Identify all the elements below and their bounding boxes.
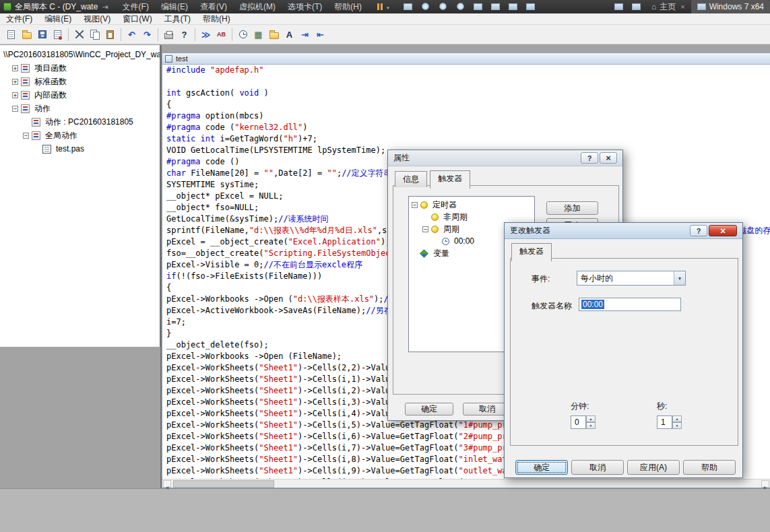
context-help-icon[interactable]: ? [177,27,192,42]
editor-titlebar[interactable]: test [162,53,770,65]
copy-icon[interactable] [87,27,102,42]
trigger-tree-item[interactable]: −定时器 [410,199,533,211]
ok-button[interactable]: 确定 [405,403,453,415]
seconds-up-icon[interactable] [672,415,682,422]
print-icon[interactable] [161,27,177,42]
snapshot-manager-icon[interactable] [453,1,468,12]
trigger-tree-item[interactable]: 非周期 [410,211,533,223]
chevron-down-icon[interactable] [384,2,390,11]
snapshot-revert-icon[interactable] [436,1,451,12]
chevron-down-icon[interactable] [674,271,685,285]
seconds-down-icon[interactable] [672,422,682,429]
add-button[interactable]: 添加 [546,201,598,215]
library-panel-icon[interactable] [488,1,503,12]
cut-icon [75,30,84,38]
pin-icon[interactable]: ⇥ [102,3,108,11]
nav-tree-item[interactable]: −动作 [0,102,160,115]
tree-root[interactable]: \\PC201603181805\WinCC_Project_DY_water_ [0,48,160,61]
tree-expander-icon[interactable]: − [23,133,29,139]
redo-icon[interactable]: ↷ [139,27,155,42]
send-ctrl-alt-del-icon[interactable] [401,1,416,12]
fullscreen-icon[interactable] [506,1,521,12]
code-line: #include "apdefap.h" [166,65,770,76]
status-bar-icon[interactable] [629,1,644,12]
app-menu-item[interactable]: 工具(T) [158,13,197,25]
vm-menu-item[interactable]: 帮助(H) [328,2,368,11]
tree-expander-icon[interactable]: + [12,65,18,71]
tree-expander-icon[interactable]: − [422,226,428,232]
trigger-tab-page [510,258,738,446]
thumbnail-bar-icon[interactable] [612,1,627,12]
export-action-icon[interactable]: ⇤ [313,27,328,42]
undo-icon[interactable]: ↶ [124,27,139,42]
minutes-up-icon[interactable] [586,415,596,422]
app-menu-item[interactable]: 窗口(W) [117,13,158,25]
print-preview-icon[interactable] [50,27,65,42]
tab-trigger[interactable]: 触发器 [430,170,470,189]
close-tab-icon[interactable]: × [680,3,684,11]
seconds-value[interactable]: 1 [657,415,672,429]
help-button[interactable]: 帮助 [683,460,736,475]
app-menu-item[interactable]: 视图(V) [77,13,117,25]
save-icon[interactable] [34,27,50,42]
minutes-down-icon[interactable] [586,422,596,429]
properties-dialog-titlebar[interactable]: 属性 [388,150,622,166]
scroll-right-icon[interactable] [761,480,769,488]
nav-tree-item[interactable]: test.pas [0,142,160,156]
open-file-icon[interactable] [19,27,34,42]
nav-tree-item[interactable]: +项目函数 [0,61,160,75]
console-view-icon[interactable] [471,1,486,12]
app-menu-item[interactable]: 文件(F) [0,13,38,25]
tab-trigger[interactable]: 触发器 [511,243,552,261]
tab-windows7-vm[interactable]: Windows 7 x64 [691,0,770,13]
tree-expander-icon[interactable]: − [12,106,18,112]
scroll-thumb[interactable] [173,480,274,488]
minutes-stepper[interactable]: 0 [571,415,596,429]
timer-icon[interactable] [235,27,251,42]
vm-menu-item[interactable]: 文件(F) [117,2,155,11]
toolbar-separator [68,28,69,41]
close-icon[interactable] [709,225,737,236]
font-icon[interactable]: A [282,27,297,42]
event-select[interactable]: 每小时的 [577,271,686,286]
vm-menu-item[interactable]: 编辑(E) [155,2,194,11]
change-trigger-titlebar[interactable]: 更改触发器 [505,223,742,239]
ok-button[interactable]: 确定 [515,460,568,475]
app-menu-item[interactable]: 编辑(E) [38,13,77,25]
unity-mode-icon[interactable] [523,1,538,12]
tree-expander-icon[interactable]: − [412,202,418,208]
apply-button[interactable]: 应用(A) [627,460,680,475]
app-menu-item[interactable]: 帮助(H) [197,13,236,25]
nav-tree-item[interactable]: +标准函数 [0,75,160,88]
scroll-left-icon[interactable] [163,480,171,488]
vm-menu-item[interactable]: 查看(V) [194,2,233,11]
trigger-name-input[interactable]: 00:00 [579,298,681,311]
grid-icon[interactable]: ▦ [251,27,266,42]
minutes-value[interactable]: 0 [571,415,586,429]
compile-icon[interactable]: ≫ [198,27,214,42]
tab-home[interactable]: 主页× [645,0,691,13]
seconds-stepper[interactable]: 1 [657,415,682,429]
help-caption-icon[interactable] [581,152,598,164]
vm-menu-item[interactable]: 虚拟机(M) [233,2,282,11]
new-file-icon[interactable] [3,27,19,42]
tree-expander-icon[interactable]: + [12,79,18,85]
nav-tree-item[interactable]: −全局动作 [0,129,160,142]
nav-tree-item[interactable]: +内部函数 [0,88,160,102]
help-caption-icon[interactable] [690,225,707,236]
tab-info[interactable]: 信息 [395,171,427,187]
snapshot-take-icon[interactable] [418,1,433,12]
tree-expander-icon[interactable]: + [12,92,18,98]
timer-icon [239,30,247,38]
cut-icon[interactable] [71,27,87,42]
close-caption-icon[interactable] [600,152,617,164]
cancel-button[interactable]: 取消 [571,460,624,475]
vm-menu-item[interactable]: 选项卡(T) [282,2,328,11]
paste-icon[interactable] [102,27,118,42]
horizontal-scrollbar[interactable] [162,479,770,488]
import-action-icon[interactable]: ⇥ [297,27,313,42]
folder-icon[interactable] [266,27,282,42]
pause-vm-button[interactable] [375,1,393,13]
nav-tree-item[interactable]: 动作 : PC201603181805 [0,115,160,129]
syntax-check-icon[interactable]: AB [214,27,229,42]
